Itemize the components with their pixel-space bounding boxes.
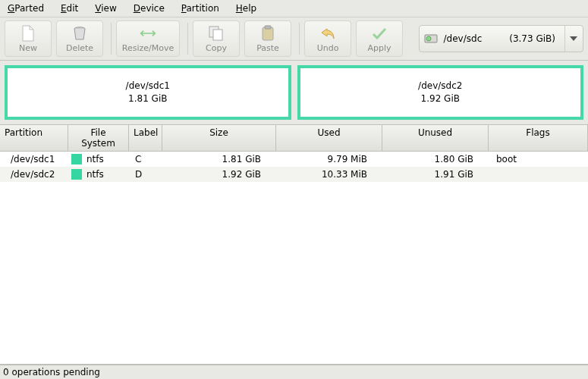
copy-button[interactable]: Copy <box>193 20 240 57</box>
cell-fs: ntfs <box>68 154 129 164</box>
svg-point-6 <box>426 36 431 41</box>
partition-box-size: 1.81 GiB <box>128 92 167 105</box>
col-label[interactable]: Label <box>129 125 162 151</box>
separator <box>299 23 300 55</box>
device-name: /dev/sdc <box>444 33 483 44</box>
cell-flags: boot <box>489 154 588 164</box>
partition-box-name: /dev/sdc1 <box>126 80 170 92</box>
paste-button[interactable]: Paste <box>244 20 291 57</box>
copy-icon <box>208 25 225 42</box>
trash-icon <box>71 25 88 42</box>
partition-box-1[interactable]: /dev/sdc1 1.81 GiB <box>5 65 291 120</box>
new-button[interactable]: New <box>5 20 52 57</box>
partition-box-name: /dev/sdc2 <box>418 80 462 92</box>
fs-color-swatch <box>71 169 82 180</box>
cell-flags <box>489 169 588 180</box>
menu-view[interactable]: View <box>92 2 119 15</box>
status-bar: 0 operations pending <box>0 365 588 379</box>
paste-icon <box>259 25 276 42</box>
cell-size: 1.92 GiB <box>162 169 276 180</box>
svg-rect-4 <box>265 26 271 29</box>
menu-partition[interactable]: Partition <box>178 2 222 15</box>
apply-button[interactable]: Apply <box>356 20 403 57</box>
partition-table-body: /dev/sdc1 ntfs C 1.81 GiB 9.79 MiB 1.80 … <box>0 152 588 365</box>
menubar: GParted Edit View Device Partition Help <box>0 0 588 17</box>
col-flags[interactable]: Flags <box>489 125 588 151</box>
cell-unused: 1.91 GiB <box>382 169 489 180</box>
undo-icon <box>319 25 336 42</box>
cell-label: C <box>129 154 162 164</box>
separator <box>111 23 112 55</box>
cell-fs: ntfs <box>68 169 129 180</box>
separator <box>187 23 188 55</box>
undo-label: Undo <box>317 43 339 53</box>
resize-move-button[interactable]: Resize/Move <box>116 20 180 57</box>
device-selector[interactable]: /dev/sdc (3.73 GiB) <box>419 25 583 52</box>
apply-label: Apply <box>367 43 391 53</box>
col-partition[interactable]: Partition <box>0 125 68 151</box>
col-used[interactable]: Used <box>276 125 382 151</box>
status-text: 0 operations pending <box>3 367 100 377</box>
menu-gparted[interactable]: GParted <box>5 2 47 15</box>
cell-unused: 1.80 GiB <box>382 154 489 164</box>
resize-label: Resize/Move <box>122 43 174 53</box>
partition-table-header: Partition File System Label Size Used Un… <box>0 124 588 152</box>
file-new-icon <box>20 25 36 42</box>
delete-button[interactable]: Delete <box>56 20 103 57</box>
table-row[interactable]: /dev/sdc1 ntfs C 1.81 GiB 9.79 MiB 1.80 … <box>0 152 588 167</box>
cell-used: 10.33 MiB <box>276 169 382 180</box>
paste-label: Paste <box>256 43 279 53</box>
col-unused[interactable]: Unused <box>382 125 489 151</box>
menu-edit[interactable]: Edit <box>58 2 81 15</box>
delete-label: Delete <box>66 43 93 53</box>
svg-rect-3 <box>263 27 273 40</box>
toolbar: New Delete Resize/Move Copy Paste Undo <box>0 17 588 61</box>
cell-label: D <box>129 169 162 180</box>
table-row[interactable]: /dev/sdc2 ntfs D 1.92 GiB 10.33 MiB 1.91… <box>0 167 588 182</box>
apply-icon <box>371 25 388 42</box>
copy-label: Copy <box>206 43 227 53</box>
partition-box-size: 1.92 GiB <box>421 92 460 105</box>
undo-button[interactable]: Undo <box>304 20 351 57</box>
resize-icon <box>140 25 156 42</box>
harddisk-icon <box>424 32 438 45</box>
menu-device[interactable]: Device <box>130 2 168 15</box>
device-size: (3.73 GiB) <box>509 33 555 44</box>
col-filesystem[interactable]: File System <box>68 125 129 151</box>
chevron-down-icon[interactable] <box>564 26 578 52</box>
svg-rect-2 <box>213 30 222 40</box>
cell-partition: /dev/sdc1 <box>0 154 68 164</box>
col-size[interactable]: Size <box>162 125 276 151</box>
menu-help[interactable]: Help <box>233 2 259 15</box>
cell-used: 9.79 MiB <box>276 154 382 164</box>
partition-box-2[interactable]: /dev/sdc2 1.92 GiB <box>297 65 584 120</box>
cell-partition: /dev/sdc2 <box>0 169 68 180</box>
cell-size: 1.81 GiB <box>162 154 276 164</box>
new-label: New <box>19 43 37 53</box>
fs-color-swatch <box>71 154 82 164</box>
partition-visual: /dev/sdc1 1.81 GiB /dev/sdc2 1.92 GiB <box>0 61 588 124</box>
